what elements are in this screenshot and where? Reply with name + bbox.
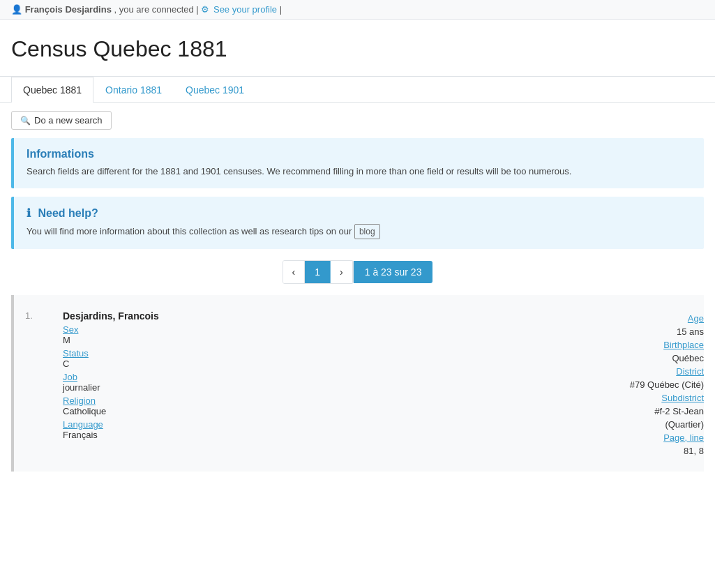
right-row-subdistrict: Subdistrict [592, 393, 704, 403]
right-row-district: District [592, 366, 704, 377]
field-label-status[interactable]: Status [63, 348, 159, 359]
field-value-birthplace: Québec [672, 353, 704, 363]
page-header: Census Quebec 1881 [0, 20, 715, 77]
right-row-birthplace: Birthplace [592, 340, 704, 350]
top-bar: 👤 François Desjardins , you are connecte… [0, 0, 715, 20]
field-value-sex: M [63, 335, 159, 345]
result-name: Desjardins, Francois [63, 310, 159, 322]
field-label-subdistrict[interactable]: Subdistrict [661, 393, 704, 403]
field-label-age[interactable]: Age [688, 313, 704, 324]
result-number: 1. [25, 310, 46, 456]
table-row: 1. Desjardins, Francois Sex M Status C J… [25, 302, 704, 465]
new-search-button[interactable]: 🔍 Do a new search [11, 111, 112, 130]
results-container: 1. Desjardins, Francois Sex M Status C J… [11, 295, 704, 472]
field-label-pageline[interactable]: Page, line [663, 432, 704, 443]
field-label-religion[interactable]: Religion [63, 395, 159, 406]
field-value-language: Français [63, 430, 159, 440]
right-row-quartier: (Quartier) [592, 419, 704, 430]
right-row-age-val: 15 ans [592, 326, 704, 337]
result-left: Desjardins, Francois Sex M Status C Job … [63, 310, 159, 456]
result-right: Age 15 ans Birthplace Québec District #7… [592, 310, 704, 456]
tab-ontario-1881[interactable]: Ontario 1881 [93, 77, 174, 103]
prev-page-button[interactable]: ‹ [283, 261, 306, 283]
field-label-job[interactable]: Job [63, 372, 159, 382]
search-icon: 🔍 [20, 116, 31, 126]
right-row-age: Age [592, 313, 704, 324]
informations-box: Informations Search fields are different… [11, 138, 704, 188]
right-row-pageline-val: 81, 8 [592, 446, 704, 456]
informations-title: Informations [27, 148, 691, 160]
tabs-bar: Quebec 1881 Ontario 1881 Quebec 1901 [0, 77, 715, 103]
field-value-job: journalier [63, 382, 159, 393]
field-label-language[interactable]: Language [63, 419, 159, 430]
user-icon: 👤 [11, 4, 22, 15]
current-page: 1 [305, 261, 331, 283]
tab-quebec-1901[interactable]: Quebec 1901 [174, 77, 256, 103]
informations-text: Search fields are different for the 1881… [27, 165, 691, 179]
info-icon: ℹ [27, 207, 31, 219]
field-value-pageline: 81, 8 [684, 446, 704, 456]
field-label-district[interactable]: District [676, 366, 704, 377]
pagination-summary: 1 à 23 sur 23 [354, 261, 433, 283]
next-page-button[interactable]: › [331, 261, 353, 283]
field-label-sex[interactable]: Sex [63, 324, 159, 335]
toolbar: 🔍 Do a new search [0, 103, 715, 138]
blog-link[interactable]: blog [354, 224, 380, 239]
username: François Desjardins [25, 4, 112, 15]
right-row-pageline: Page, line [592, 432, 704, 443]
field-value-subdistrict: #f-2 St-Jean [654, 406, 704, 416]
help-box: ℹ Need help? You will find more informat… [11, 197, 704, 249]
connected-text: , you are connected | [114, 4, 199, 15]
see-profile-link[interactable]: See your profile [213, 4, 277, 15]
field-value-quartier: (Quartier) [665, 419, 704, 430]
field-label-birthplace[interactable]: Birthplace [663, 340, 704, 350]
page-title: Census Quebec 1881 [11, 36, 704, 62]
new-search-label: Do a new search [34, 115, 103, 126]
pagination: ‹ 1 › 1 à 23 sur 23 [0, 260, 715, 284]
field-value-status: C [63, 359, 159, 369]
right-row-subdistrict-val: #f-2 St-Jean [592, 406, 704, 416]
help-title: ℹ Need help? [27, 206, 691, 220]
right-row-district-val: #79 Québec (Cité) [592, 379, 704, 390]
help-text: You will find more information about thi… [27, 224, 691, 239]
right-row-birthplace-val: Québec [592, 353, 704, 363]
pagination-group: ‹ 1 › [283, 260, 354, 284]
field-value-religion: Catholique [63, 406, 159, 416]
gear-icon: ⚙ [201, 4, 209, 15]
field-value-age: 15 ans [677, 326, 704, 337]
tab-quebec-1881[interactable]: Quebec 1881 [11, 77, 93, 103]
field-value-district: #79 Québec (Cité) [630, 379, 704, 390]
